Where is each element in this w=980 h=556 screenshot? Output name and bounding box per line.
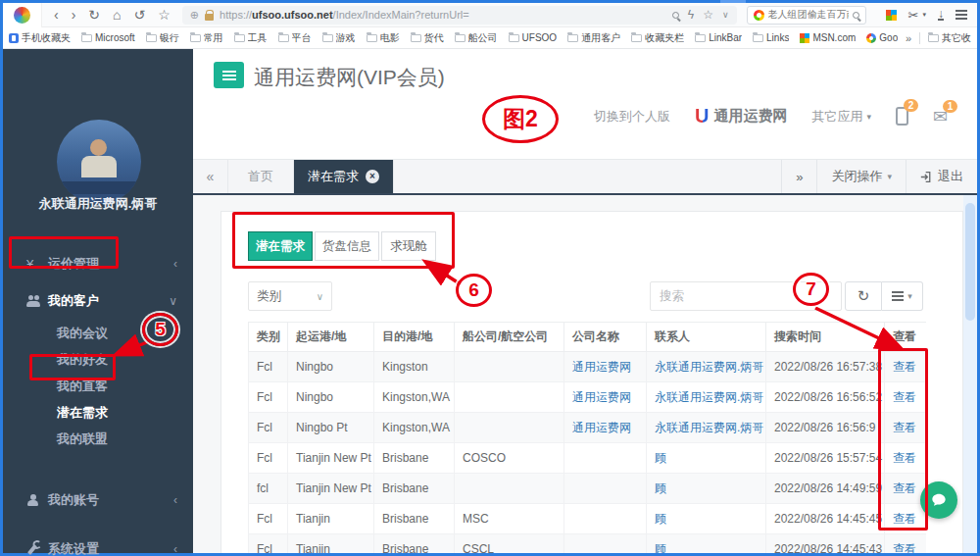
chevron-down-icon[interactable]: ∨ [722, 10, 729, 20]
sidebar-item-rate-management[interactable]: ¥ 运价管理 ‹ [3, 245, 193, 282]
bookmark-item[interactable]: Microsoft [81, 32, 135, 43]
bookmark-item[interactable]: 游戏 [322, 31, 356, 45]
scroll-tabs-right-icon[interactable]: » [781, 160, 816, 193]
bookmark-item[interactable]: Links [753, 32, 789, 43]
detail-link[interactable]: 通用运费网 [572, 360, 631, 374]
scrollbar[interactable] [963, 195, 977, 553]
detail-link[interactable]: 永联通用运费网.炳哥 [655, 360, 763, 374]
refresh-button[interactable]: ↻ [845, 281, 882, 311]
bookmark-item[interactable]: 电影 [367, 31, 400, 45]
close-operations-dropdown[interactable]: 关闭操作 ▾ [816, 160, 906, 193]
avatar[interactable] [57, 120, 141, 204]
detail-link[interactable]: 通用运费网 [572, 421, 631, 434]
table-cell: Brisbane [374, 504, 455, 534]
bookmark-item[interactable]: 船公司 [455, 31, 498, 45]
bookmark-item[interactable]: 银行 [146, 31, 179, 45]
scroll-tabs-left-icon[interactable]: « [193, 160, 228, 193]
bookmark-item[interactable]: 工具 [234, 31, 268, 45]
bookmark-item[interactable]: 手机收藏夹 [9, 31, 71, 45]
other-apps-dropdown[interactable]: 其它应用 ▾ [811, 108, 871, 126]
tab-home[interactable]: 首页 [228, 160, 294, 193]
scissors-caret-icon[interactable]: ▾ [922, 11, 926, 19]
browser-search-box[interactable]: 老人组团偷走百万南瓜 [747, 6, 866, 25]
bookmark-item[interactable]: 平台 [278, 31, 312, 45]
bookmark-label: 银行 [160, 31, 179, 45]
search-input[interactable] [650, 281, 842, 311]
zoom-icon[interactable] [672, 12, 679, 19]
detail-link[interactable]: 永联通用运费网.炳哥 [655, 421, 763, 434]
sidebar-item-system-settings[interactable]: 系统设置 ‹ [3, 531, 193, 556]
sidebar-item-my-alliance[interactable]: 我的联盟 [3, 426, 193, 452]
favorite-icon[interactable]: ☆ [158, 8, 171, 22]
sidebar-item-my-customers[interactable]: 我的客户 ∨ [3, 282, 193, 320]
back-icon[interactable]: ‹ [54, 8, 59, 22]
header-actions: 切换到个人版 U 通用运费网 其它应用 ▾ 2 ✉ 1 [594, 105, 948, 127]
refresh-icon[interactable]: ↻ [88, 8, 100, 22]
close-tab-icon[interactable]: × [366, 170, 379, 183]
menu-icon[interactable] [956, 14, 967, 16]
msn-icon [800, 33, 809, 43]
bookmark-item[interactable]: 常用 [190, 31, 223, 45]
bookmark-item[interactable]: Google 翻 [866, 31, 898, 45]
forward-icon[interactable]: › [72, 8, 76, 22]
chat-bubble-icon [929, 490, 949, 510]
subtab-potential-demand[interactable]: 潜在需求 [248, 231, 313, 261]
table-cell: 通用运费网 [564, 413, 647, 443]
bookmark-item[interactable]: 通用客户 [567, 31, 620, 45]
logout-button[interactable]: 退出 [906, 160, 977, 193]
subtab-cargo-info[interactable]: 货盘信息 [315, 231, 379, 261]
bookmark-item[interactable]: 其它收 [928, 31, 971, 45]
bookmark-item[interactable]: LinkBar [695, 32, 742, 43]
view-link[interactable]: 查看 [893, 451, 916, 465]
sidebar-item-my-meetings[interactable]: 我的会议 [3, 320, 193, 346]
table-cell: 永联通用运费网.炳哥 [647, 382, 766, 413]
view-link[interactable]: 查看 [893, 390, 916, 404]
view-link[interactable]: 查看 [893, 481, 916, 495]
bookmark-item[interactable]: 货代 [411, 31, 444, 45]
bookmarks-overflow-icon[interactable]: » [898, 32, 919, 44]
scrollbar-thumb[interactable] [965, 203, 975, 321]
category-select[interactable]: 类别 ∨ [248, 281, 332, 311]
view-link[interactable]: 查看 [893, 360, 916, 374]
mobile-notifications-button[interactable]: 2 [896, 107, 908, 126]
chat-fab-button[interactable] [920, 481, 957, 519]
sidebar-item-my-direct-customers[interactable]: 我的直客 [3, 373, 193, 399]
address-bar[interactable]: ⊕ https://ufsoo.ufsoo.net/Index/IndexMai… [182, 6, 737, 25]
bookmark-item[interactable]: UFSOO [509, 32, 558, 43]
download-icon[interactable]: ↓ [938, 9, 944, 21]
sidebar-item-my-friends[interactable]: 我的好友 [3, 346, 193, 373]
logout-icon [920, 171, 933, 183]
view-link[interactable]: 查看 [893, 512, 916, 526]
apps-grid-icon[interactable] [886, 10, 897, 21]
detail-link[interactable]: 顾 [655, 542, 666, 554]
flash-icon[interactable]: ϟ [688, 8, 694, 22]
table-row: FclTianjin New PtBrisbaneCOSCO顾2022/08/2… [249, 443, 927, 474]
bookmark-item[interactable]: MSN.com [800, 32, 856, 43]
subtab-seek-space[interactable]: 求现舱 [381, 231, 436, 261]
tab-potential-demand[interactable]: 潜在需求 × [294, 160, 394, 193]
switch-personal-link[interactable]: 切换到个人版 [594, 108, 670, 126]
home-icon[interactable]: ⌂ [113, 8, 121, 22]
sidebar-item-my-account[interactable]: 我的账号 ‹ [3, 481, 193, 519]
reader-mode-icon[interactable]: ⊕ [190, 9, 199, 22]
search-icon[interactable] [853, 12, 859, 19]
detail-link[interactable]: 顾 [655, 481, 666, 495]
sidebar-item-potential-demand[interactable]: 潜在需求 [3, 399, 193, 426]
bookmark-item[interactable]: 收藏夹栏 [631, 31, 684, 45]
bookmark-label: Links [766, 32, 789, 43]
detail-link[interactable]: 顾 [655, 451, 666, 465]
bookmark-label: MSN.com [812, 32, 856, 43]
columns-dropdown-button[interactable]: ▾ [882, 281, 923, 311]
messages-button[interactable]: ✉ 1 [933, 108, 948, 126]
detail-link[interactable]: 通用运费网 [572, 390, 631, 404]
bookmark-star-icon[interactable]: ☆ [703, 8, 713, 22]
view-link[interactable]: 查看 [893, 421, 916, 434]
brand-logo[interactable]: U 通用运费网 [695, 105, 787, 127]
detail-link[interactable]: 永联通用运费网.炳哥 [655, 390, 763, 404]
view-link[interactable]: 查看 [893, 542, 916, 554]
detail-link[interactable]: 顾 [655, 512, 666, 526]
folder-icon [411, 34, 421, 42]
sidebar-toggle-button[interactable] [214, 62, 244, 88]
history-icon[interactable]: ↺ [134, 8, 146, 22]
scissors-icon[interactable]: ✂ [908, 8, 919, 23]
